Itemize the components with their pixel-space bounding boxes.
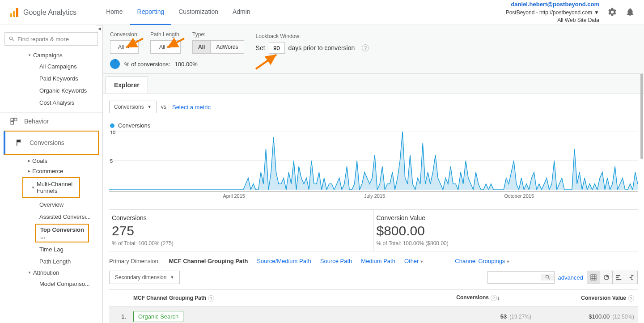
search-icon bbox=[8, 36, 15, 42]
type-label: Type: bbox=[192, 31, 244, 38]
sidebar-link-overview[interactable]: Overview bbox=[0, 199, 102, 211]
nav-home[interactable]: Home bbox=[99, 0, 130, 25]
sidebar-link-all-campaigns[interactable]: All Campaigns bbox=[0, 60, 102, 72]
channel-groupings-dropdown[interactable]: Channel Groupings▼ bbox=[455, 258, 510, 264]
select-metric-link[interactable]: Select a metric bbox=[172, 104, 211, 110]
secondary-dimension-dropdown[interactable]: Secondary dimension▼ bbox=[109, 271, 180, 284]
svg-rect-3 bbox=[11, 118, 13, 121]
chart-svg bbox=[109, 132, 638, 190]
sidebar-link-top-conversion[interactable]: Top Conversion ... bbox=[40, 226, 88, 240]
help-icon[interactable]: ? bbox=[208, 295, 214, 302]
th-value[interactable]: Conversion Value? bbox=[535, 290, 638, 306]
metric-dropdown[interactable]: Conversions▼ bbox=[109, 101, 157, 113]
svg-rect-2 bbox=[16, 8, 18, 17]
chevron-down-icon: ▼ bbox=[168, 45, 172, 49]
scrollbar[interactable] bbox=[640, 61, 643, 159]
y-tick-5: 5 bbox=[110, 158, 113, 164]
sidebar-attribution[interactable]: Attribution bbox=[0, 268, 102, 278]
svg-rect-22 bbox=[629, 277, 631, 278]
nav-customization[interactable]: Customization bbox=[171, 0, 225, 25]
advanced-filter-link[interactable]: advanced bbox=[558, 274, 583, 281]
annotation-conversions-box: Conversions bbox=[4, 131, 99, 155]
sidebar-link-model-comparison[interactable]: Model Compariso... bbox=[0, 278, 102, 290]
help-icon[interactable]: ? bbox=[628, 295, 634, 302]
account-view: All Web Site Data bbox=[506, 17, 599, 24]
reports-search[interactable] bbox=[4, 32, 98, 46]
lookback-label: Lookback Window: bbox=[256, 33, 369, 39]
table-row[interactable]: 1.Organic Search53(19.27%)$100.00(12.50%… bbox=[109, 306, 638, 323]
primary-nav: Home Reporting Customization Admin bbox=[99, 0, 257, 25]
view-table-button[interactable] bbox=[587, 271, 600, 284]
sidebar-collapse-toggle[interactable]: ◀ bbox=[96, 25, 103, 32]
dim-medium-path[interactable]: Medium Path bbox=[361, 258, 395, 264]
account-email: daniel.hebert@postbeyond.com bbox=[506, 0, 599, 8]
nav-admin[interactable]: Admin bbox=[225, 0, 258, 25]
chevron-down-icon: ▼ bbox=[594, 9, 599, 16]
account-info[interactable]: daniel.hebert@postbeyond.com PostBeyond … bbox=[506, 0, 599, 24]
sidebar-link-organic-keywords[interactable]: Organic Keywords bbox=[0, 85, 102, 97]
sidebar-conversions[interactable]: Conversions bbox=[5, 132, 98, 153]
x-tick-jul: July 2015 bbox=[364, 193, 385, 199]
sidebar: ◀ Campaigns All Campaigns Paid Keywords … bbox=[0, 25, 103, 323]
table-search-input[interactable] bbox=[488, 274, 542, 280]
th-conversions[interactable]: Conversions?↓ bbox=[432, 290, 535, 306]
sidebar-link-assisted[interactable]: Assisted Conversi... bbox=[0, 211, 102, 223]
pathlength-dropdown[interactable]: All▼ bbox=[150, 40, 181, 54]
x-tick-apr: April 2015 bbox=[223, 193, 245, 199]
sidebar-link-cost-analysis[interactable]: Cost Analysis bbox=[0, 97, 102, 109]
sidebar-ecommerce[interactable]: Ecommerce bbox=[0, 166, 102, 176]
type-adwords-button[interactable]: AdWords bbox=[210, 41, 243, 53]
chevron-down-icon: ▼ bbox=[170, 275, 174, 280]
dim-source-medium[interactable]: Source/Medium Path bbox=[257, 258, 311, 264]
view-percentage-button[interactable] bbox=[600, 271, 612, 284]
search-icon bbox=[545, 274, 551, 280]
svg-rect-17 bbox=[616, 275, 620, 276]
card-value: $800.00 bbox=[377, 223, 636, 238]
card-subtext: % of Total: 100.00% ($800.00) bbox=[377, 240, 636, 246]
nav-reporting[interactable]: Reporting bbox=[130, 0, 172, 25]
filter-bar: Conversion: All▼ Path Length: All▼ Type:… bbox=[103, 25, 644, 74]
svg-rect-5 bbox=[11, 122, 13, 124]
card-conversion-value[interactable]: Conversion Value $800.00 % of Total: 100… bbox=[374, 210, 638, 251]
channel-chip: Organic Search bbox=[133, 311, 183, 322]
sidebar-link-timelag[interactable]: Time Lag bbox=[0, 243, 102, 255]
sidebar-link-paid-keywords[interactable]: Paid Keywords bbox=[0, 72, 102, 85]
product-name: Google Analytics bbox=[23, 8, 76, 17]
svg-rect-21 bbox=[631, 275, 633, 276]
pathlength-label: Path Length: bbox=[150, 31, 181, 38]
scorecards: Conversions 275 % of Total: 100.00% (275… bbox=[109, 209, 638, 251]
sidebar-behavior[interactable]: Behavior bbox=[0, 113, 102, 130]
tab-explorer[interactable]: Explorer bbox=[106, 76, 148, 93]
help-icon[interactable]: ? bbox=[362, 44, 369, 51]
legend-dot-icon bbox=[110, 123, 114, 128]
card-conversions[interactable]: Conversions 275 % of Total: 100.00% (275… bbox=[109, 210, 374, 251]
product-logo[interactable]: Google Analytics bbox=[9, 7, 76, 18]
view-performance-button[interactable] bbox=[612, 271, 625, 284]
type-all-button[interactable]: All bbox=[193, 41, 210, 53]
sidebar-campaigns[interactable]: Campaigns bbox=[0, 50, 102, 60]
lookback-tail-text: days prior to conversion bbox=[288, 44, 355, 51]
dim-source-path[interactable]: Source Path bbox=[320, 258, 352, 264]
dim-other[interactable]: Other▼ bbox=[404, 258, 424, 264]
th-path[interactable]: MCF Channel Grouping Path? bbox=[130, 290, 432, 306]
sidebar-goals[interactable]: Goals bbox=[0, 156, 102, 166]
card-title: Conversion Value bbox=[377, 214, 636, 221]
y-tick-10: 10 bbox=[110, 130, 115, 135]
row-value: $100.00(12.50%) bbox=[535, 306, 638, 323]
row-conversions: 53(19.27%) bbox=[432, 306, 535, 323]
conversion-dropdown[interactable]: All▼ bbox=[110, 40, 139, 54]
gear-icon[interactable] bbox=[607, 7, 617, 17]
svg-rect-4 bbox=[14, 118, 17, 121]
table-search[interactable] bbox=[487, 271, 555, 284]
sidebar-mcf[interactable]: Multi-Channel Funnels bbox=[24, 179, 78, 196]
svg-rect-0 bbox=[10, 13, 12, 17]
search-button[interactable] bbox=[542, 274, 554, 280]
bell-icon[interactable] bbox=[625, 7, 635, 17]
help-icon[interactable]: ? bbox=[491, 295, 497, 301]
view-comparison-button[interactable] bbox=[625, 271, 637, 284]
row-index: 1. bbox=[109, 306, 130, 323]
lookback-days-input[interactable] bbox=[269, 42, 285, 54]
sidebar-link-pathlength[interactable]: Path Length bbox=[0, 255, 102, 268]
primary-dim-current[interactable]: MCF Channel Grouping Path bbox=[169, 258, 248, 264]
reports-search-input[interactable] bbox=[17, 36, 94, 42]
